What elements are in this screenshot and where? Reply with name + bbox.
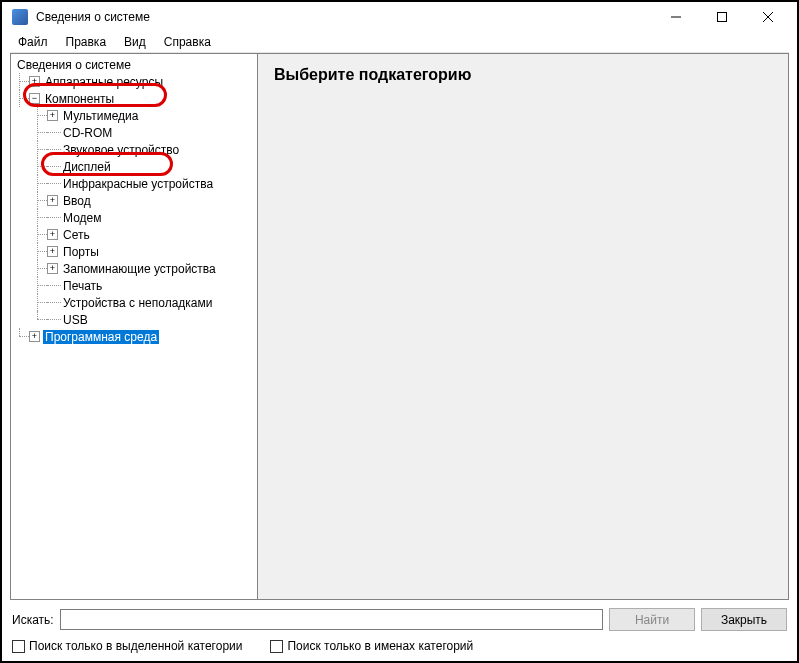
tree-item-input[interactable]: + Ввод (11, 192, 257, 209)
expander-minus-icon[interactable]: − (29, 93, 40, 104)
search-row: Искать: Найти Закрыть (12, 608, 787, 631)
tree-label: Модем (61, 211, 103, 225)
tree-label: Инфракрасные устройства (61, 177, 215, 191)
tree-label: CD-ROM (61, 126, 114, 140)
tree-label: Компоненты (43, 92, 116, 106)
search-label: Искать: (12, 613, 54, 627)
expander-plus-icon[interactable]: + (47, 263, 58, 274)
expander-plus-icon[interactable]: + (29, 76, 40, 87)
tree-root-label: Сведения о системе (15, 58, 133, 72)
tree-item-network[interactable]: + Сеть (11, 226, 257, 243)
app-icon (12, 9, 28, 25)
tree-label: Сеть (61, 228, 92, 242)
tree-item-storage[interactable]: + Запоминающие устройства (11, 260, 257, 277)
tree-item-modem[interactable]: Модем (11, 209, 257, 226)
tree-item-components[interactable]: − Компоненты (11, 90, 257, 107)
menu-view[interactable]: Вид (116, 33, 154, 51)
tree-item-ports[interactable]: + Порты (11, 243, 257, 260)
tree-label: Запоминающие устройства (61, 262, 218, 276)
tree-label: Дисплей (61, 160, 113, 174)
tree-label: Программная среда (43, 330, 159, 344)
tree-panel[interactable]: Сведения о системе + Аппаратные ресурсы … (10, 53, 258, 600)
expander-plus-icon[interactable]: + (29, 331, 40, 342)
checkbox-only-selected[interactable]: Поиск только в выделенной категории (12, 639, 242, 653)
tree-label: Мультимедиа (61, 109, 140, 123)
tree-item-multimedia[interactable]: + Мультимедиа (11, 107, 257, 124)
expander-plus-icon[interactable]: + (47, 229, 58, 240)
tree-label: Звуковое устройство (61, 143, 181, 157)
tree-label: Порты (61, 245, 101, 259)
tree-item-cdrom[interactable]: CD-ROM (11, 124, 257, 141)
titlebar: Сведения о системе (2, 2, 797, 32)
expander-plus-icon[interactable]: + (47, 246, 58, 257)
system-info-window: Сведения о системе Файл Правка Вид Справ… (2, 2, 797, 661)
close-search-button[interactable]: Закрыть (701, 608, 787, 631)
tree-item-usb[interactable]: USB (11, 311, 257, 328)
checkbox-icon (270, 640, 283, 653)
checkbox-label: Поиск только в выделенной категории (29, 639, 242, 653)
tree-item-display[interactable]: Дисплей (11, 158, 257, 175)
checkbox-only-names[interactable]: Поиск только в именах категорий (270, 639, 473, 653)
menu-edit[interactable]: Правка (58, 33, 115, 51)
tree-label: Печать (61, 279, 104, 293)
checkbox-icon (12, 640, 25, 653)
close-button[interactable] (745, 2, 791, 32)
menu-file[interactable]: Файл (10, 33, 56, 51)
search-input[interactable] (60, 609, 603, 630)
tree-root[interactable]: Сведения о системе (11, 56, 257, 73)
window-title: Сведения о системе (36, 10, 653, 24)
tree-label: USB (61, 313, 90, 327)
menu-help[interactable]: Справка (156, 33, 219, 51)
tree-label: Аппаратные ресурсы (43, 75, 165, 89)
maximize-button[interactable] (699, 2, 745, 32)
find-button[interactable]: Найти (609, 608, 695, 631)
tree-label: Ввод (61, 194, 93, 208)
svg-rect-1 (718, 13, 727, 22)
minimize-button[interactable] (653, 2, 699, 32)
checkbox-label: Поиск только в именах категорий (287, 639, 473, 653)
tree-item-problem-devices[interactable]: Устройства с неполадками (11, 294, 257, 311)
tree-item-hardware-resources[interactable]: + Аппаратные ресурсы (11, 73, 257, 90)
tree-item-print[interactable]: Печать (11, 277, 257, 294)
menubar: Файл Правка Вид Справка (2, 32, 797, 52)
tree-item-software-env[interactable]: + Программная среда (11, 328, 257, 345)
content-area: Сведения о системе + Аппаратные ресурсы … (10, 52, 789, 600)
expander-plus-icon[interactable]: + (47, 195, 58, 206)
bottom-area: Искать: Найти Закрыть Поиск только в выд… (2, 600, 797, 661)
tree-item-sound[interactable]: Звуковое устройство (11, 141, 257, 158)
window-controls (653, 2, 791, 32)
tree-item-infrared[interactable]: Инфракрасные устройства (11, 175, 257, 192)
tree-label: Устройства с неполадками (61, 296, 214, 310)
main-panel: Выберите подкатегорию (258, 53, 789, 600)
main-heading: Выберите подкатегорию (274, 66, 772, 84)
checkbox-row: Поиск только в выделенной категории Поис… (12, 639, 787, 653)
expander-plus-icon[interactable]: + (47, 110, 58, 121)
